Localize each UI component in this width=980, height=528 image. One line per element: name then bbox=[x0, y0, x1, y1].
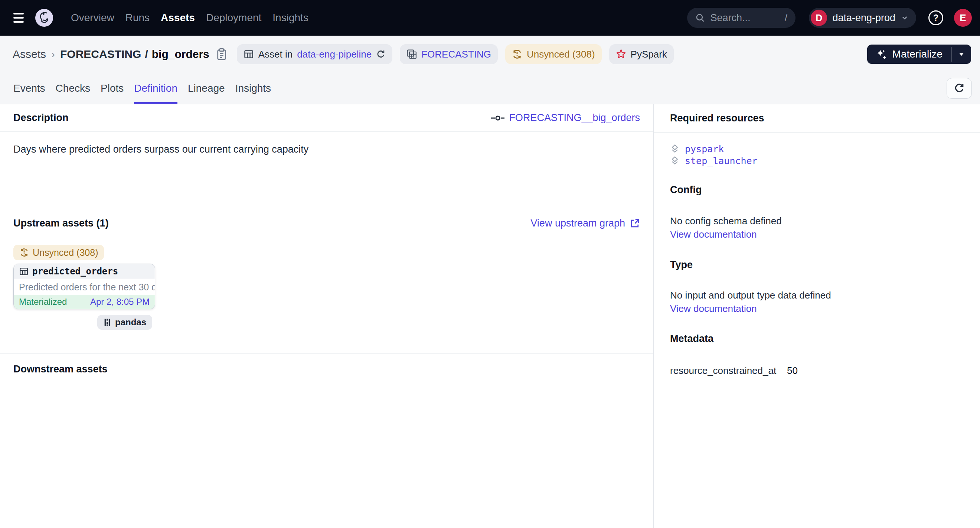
nav-item-overview[interactable]: Overview bbox=[71, 12, 115, 24]
downstream-header: Downstream assets bbox=[0, 354, 653, 385]
tab-lineage[interactable]: Lineage bbox=[188, 73, 225, 104]
materialize-button[interactable]: Materialize bbox=[867, 45, 951, 64]
breadcrumb-row: Assets › FORECASTING / big_orders Asset … bbox=[0, 36, 980, 73]
table-icon bbox=[243, 49, 254, 59]
compute-kind-tag[interactable]: pandas bbox=[97, 315, 152, 330]
metadata-row: resource_constrained_at 50 bbox=[670, 364, 964, 377]
asset-card-name: predicted_orders bbox=[32, 266, 118, 277]
tag-asset-in-pipeline[interactable]: Asset in data-eng-pipeline bbox=[237, 44, 392, 64]
asset-card-status: Materialized bbox=[19, 297, 67, 307]
refresh-icon bbox=[376, 49, 386, 59]
tag-unsynced[interactable]: Unsynced (308) bbox=[505, 44, 602, 64]
page-header: Assets › FORECASTING / big_orders Asset … bbox=[0, 36, 980, 104]
view-upstream-graph-label: View upstream graph bbox=[530, 218, 625, 229]
view-upstream-graph-link[interactable]: View upstream graph bbox=[530, 218, 640, 229]
tag-pyspark[interactable]: PySpark bbox=[609, 44, 674, 64]
tab-checks[interactable]: Checks bbox=[56, 73, 90, 104]
pandas-icon bbox=[103, 318, 111, 327]
breadcrumb-slash: / bbox=[145, 48, 148, 60]
dagster-logo[interactable] bbox=[35, 9, 53, 27]
user-avatar[interactable]: E bbox=[954, 9, 972, 27]
asset-card-footer: Materialized Apr 2, 8:05 PM bbox=[14, 295, 155, 309]
asset-card-description: Predicted orders for the next 30 day... bbox=[14, 279, 155, 295]
nav-item-assets[interactable]: Assets bbox=[161, 12, 195, 24]
caret-down-icon bbox=[957, 50, 966, 58]
config-empty-text: No config schema defined bbox=[670, 215, 964, 227]
description-header: Description FORECASTING__big_orders bbox=[0, 104, 653, 132]
copy-asset-name-button[interactable] bbox=[216, 48, 227, 60]
tab-plots[interactable]: Plots bbox=[100, 73, 124, 104]
help-icon: ? bbox=[928, 10, 943, 25]
resource-link-step-launcher[interactable]: step_launcher bbox=[685, 156, 758, 166]
downstream-title: Downstream assets bbox=[13, 364, 108, 375]
nav-item-insights[interactable]: Insights bbox=[272, 12, 309, 24]
compute-kind-label: pandas bbox=[115, 317, 146, 328]
deployment-name: data-eng-prod bbox=[832, 12, 896, 24]
sync-broken-icon bbox=[512, 49, 522, 59]
upstream-title: Upstream assets (1) bbox=[13, 218, 109, 229]
definition-main: Description FORECASTING__big_orders Days… bbox=[0, 104, 653, 528]
breadcrumb-group-link[interactable]: FORECASTING bbox=[60, 48, 141, 60]
type-header: Type bbox=[654, 251, 980, 279]
asset-tags: Asset in data-eng-pipeline FORECASTING U… bbox=[237, 44, 674, 64]
description-text: Days where predicted orders surpass our … bbox=[0, 132, 653, 210]
external-link-icon bbox=[630, 218, 640, 229]
definition-sidebar: Required resources pyspark step_launcher… bbox=[653, 104, 980, 528]
metadata-key: resource_constrained_at bbox=[670, 365, 787, 377]
type-empty-text: No input and output type data defined bbox=[670, 289, 964, 302]
type-doc-link[interactable]: View documentation bbox=[670, 302, 757, 315]
description-title: Description bbox=[13, 112, 69, 124]
materialize-options-button[interactable] bbox=[952, 45, 971, 64]
config-doc-link[interactable]: View documentation bbox=[670, 228, 757, 241]
search-input[interactable] bbox=[710, 12, 779, 24]
sync-broken-icon bbox=[19, 248, 29, 257]
table-icon bbox=[19, 267, 29, 276]
resource-row: step_launcher bbox=[670, 155, 964, 167]
refresh-button[interactable] bbox=[947, 78, 972, 99]
pipeline-link[interactable]: data-eng-pipeline bbox=[297, 49, 372, 60]
search-box[interactable]: / bbox=[687, 8, 795, 28]
config-body: No config schema defined View documentat… bbox=[654, 204, 980, 251]
job-link-label: FORECASTING__big_orders bbox=[509, 112, 640, 124]
nav-item-runs[interactable]: Runs bbox=[126, 12, 150, 24]
top-navbar: Overview Runs Assets Deployment Insights… bbox=[0, 0, 980, 36]
materialize-label: Materialize bbox=[892, 48, 942, 60]
tab-events[interactable]: Events bbox=[13, 73, 45, 104]
required-resources-header: Required resources bbox=[654, 104, 980, 132]
job-link[interactable]: FORECASTING__big_orders bbox=[491, 112, 640, 124]
menu-icon[interactable] bbox=[13, 13, 24, 23]
type-body: No input and output type data defined Vi… bbox=[654, 279, 980, 325]
metadata-value: 50 bbox=[787, 365, 798, 377]
resource-layers-icon bbox=[670, 156, 680, 165]
help-button[interactable]: ? bbox=[927, 9, 944, 26]
search-shortcut-hint: / bbox=[785, 12, 788, 24]
materialize-split-button: Materialize bbox=[867, 45, 971, 64]
job-icon bbox=[491, 115, 504, 122]
content: Description FORECASTING__big_orders Days… bbox=[0, 104, 980, 528]
tab-insights[interactable]: Insights bbox=[235, 73, 271, 104]
resource-link-pyspark[interactable]: pyspark bbox=[685, 144, 724, 154]
breadcrumb-assets-link[interactable]: Assets bbox=[13, 48, 46, 60]
resource-row: pyspark bbox=[670, 143, 964, 155]
upstream-asset-card[interactable]: predicted_orders Predicted orders for th… bbox=[13, 264, 155, 309]
upstream-header: Upstream assets (1) View upstream graph bbox=[0, 210, 653, 237]
metadata-body: resource_constrained_at 50 bbox=[654, 353, 980, 387]
tag-prefix: Asset in bbox=[258, 49, 293, 60]
primary-nav: Overview Runs Assets Deployment Insights bbox=[71, 12, 309, 24]
sparkle-icon bbox=[876, 49, 887, 60]
asset-tabs: Events Checks Plots Definition Lineage I… bbox=[0, 73, 980, 104]
compute-kind-row: pandas bbox=[13, 315, 155, 330]
tag-group-forecasting[interactable]: FORECASTING bbox=[400, 44, 498, 64]
deployment-switcher[interactable]: D data-eng-prod bbox=[809, 8, 916, 28]
resource-layers-icon bbox=[670, 144, 680, 154]
config-header: Config bbox=[654, 176, 980, 204]
required-resources-body: pyspark step_launcher bbox=[654, 132, 980, 176]
unsynced-badge[interactable]: Unsynced (308) bbox=[13, 245, 104, 260]
asset-card-timestamp-link[interactable]: Apr 2, 8:05 PM bbox=[90, 297, 150, 307]
spark-star-icon bbox=[616, 49, 626, 59]
deployment-badge: D bbox=[811, 10, 827, 26]
nav-item-deployment[interactable]: Deployment bbox=[206, 12, 261, 24]
page-title: big_orders bbox=[152, 48, 209, 60]
upstream-body: Unsynced (308) predicted_orders Predicte… bbox=[0, 237, 653, 354]
tab-definition[interactable]: Definition bbox=[134, 73, 177, 104]
